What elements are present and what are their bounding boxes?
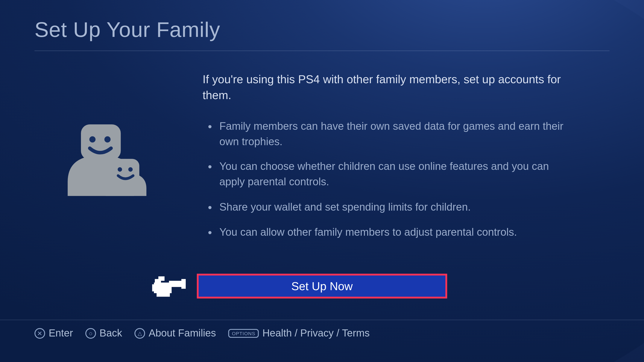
family-icon [63, 120, 147, 199]
button-row: Set Up Now [0, 274, 644, 299]
feature-item: Share your wallet and set spending limit… [218, 199, 574, 215]
footer-hints: ✕ Enter ○ Back △ About Families OPTIONS … [0, 320, 644, 339]
feature-item: You can choose whether children can use … [218, 159, 574, 190]
cross-icon: ✕ [34, 328, 45, 339]
feature-item: Family members can have their own saved … [218, 119, 574, 149]
enter-label: Enter [49, 327, 73, 339]
about-hint: △ About Families [134, 327, 216, 339]
set-up-now-button[interactable]: Set Up Now [197, 274, 447, 299]
options-hint: OPTIONS Health / Privacy / Terms [228, 327, 370, 339]
family-setup-screen: Set Up Your Family [0, 1, 644, 361]
svg-rect-7 [182, 279, 186, 289]
options-icon: OPTIONS [228, 329, 259, 338]
back-label: Back [100, 327, 122, 339]
page-title: Set Up Your Family [34, 17, 610, 42]
circle-icon: ○ [86, 328, 96, 339]
text-column: If you're using this PS4 with other fami… [203, 71, 574, 250]
intro-text: If you're using this PS4 with other fami… [203, 71, 574, 104]
triangle-icon: △ [134, 328, 145, 339]
about-label: About Families [149, 327, 216, 339]
svg-rect-9 [152, 284, 156, 292]
legal-label: Health / Privacy / Terms [262, 327, 370, 339]
button-label: Set Up Now [291, 279, 353, 293]
back-hint: ○ Back [86, 327, 122, 339]
svg-rect-10 [156, 292, 170, 297]
enter-hint: ✕ Enter [34, 327, 73, 339]
pointer-hand-icon [150, 272, 186, 300]
icon-column [34, 71, 176, 250]
title-bar: Set Up Your Family [34, 17, 610, 51]
svg-rect-0 [81, 124, 121, 160]
feature-list: Family members can have their own saved … [203, 119, 574, 240]
svg-rect-12 [158, 276, 165, 281]
feature-item: You can allow other family members to ad… [218, 225, 574, 240]
content-area: If you're using this PS4 with other fami… [34, 71, 610, 250]
